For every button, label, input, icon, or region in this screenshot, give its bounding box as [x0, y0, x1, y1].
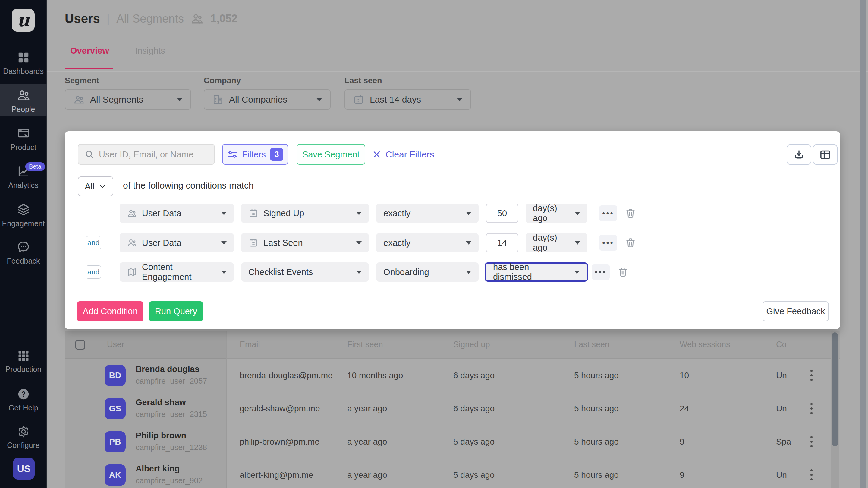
delete-condition-button[interactable]: [617, 266, 629, 278]
tabs: Overview Insights: [70, 46, 165, 56]
caret-down-icon: [574, 270, 580, 274]
filter-panel: Filters 3 Save Segment Clear Filters All…: [65, 131, 840, 329]
download-button[interactable]: [786, 144, 811, 165]
condition-operator-select[interactable]: exactly: [376, 204, 478, 223]
condition-unit-select[interactable]: day(s) ago: [526, 204, 587, 223]
delete-condition-button[interactable]: [624, 207, 637, 219]
sidebar-item-production[interactable]: Production: [0, 349, 47, 374]
sidebar-item-feedback[interactable]: Feedback: [0, 240, 47, 265]
dashboards-icon: [0, 51, 47, 64]
condition-operator-value: exactly: [383, 208, 461, 218]
and-chip: and: [86, 265, 101, 279]
tab-insights[interactable]: Insights: [135, 46, 165, 56]
user-name: Gerald shaw: [135, 398, 186, 407]
chevron-down-icon: [177, 98, 183, 101]
app-logo-letter: u: [17, 10, 30, 30]
sidebar-item-people[interactable]: People: [0, 88, 47, 114]
clear-filters-button[interactable]: Clear Filters: [372, 144, 434, 165]
condition-state-select-focused[interactable]: has been dismissed: [485, 262, 588, 282]
tab-overview[interactable]: Overview: [70, 46, 109, 56]
sidebar-item-engagement[interactable]: Engagement: [0, 202, 47, 228]
column-header-first-seen: First seen: [347, 340, 383, 349]
condition-unit-select[interactable]: day(s) ago: [526, 233, 587, 253]
people-icon: [127, 238, 137, 248]
condition-event-select[interactable]: Checklist Events: [241, 262, 369, 282]
condition-type-value: User Data: [142, 208, 216, 218]
caret-down-icon: [466, 241, 471, 245]
caret-down-icon: [221, 212, 227, 215]
condition-value-input[interactable]: [486, 233, 518, 253]
page-scrollbar[interactable]: [860, 0, 866, 488]
condition-more-button[interactable]: •••: [599, 235, 617, 251]
condition-target-select[interactable]: Onboarding: [376, 262, 478, 282]
table-row[interactable]: GS Gerald shaw campfire_user_2315 gerald…: [65, 392, 840, 425]
svg-text:?: ?: [21, 390, 25, 398]
table-scrollbar-thumb[interactable]: [832, 333, 838, 447]
filters-count-badge: 3: [270, 148, 283, 161]
sidebar-item-get-help[interactable]: ? Get Help: [0, 387, 47, 412]
cell-first-seen: a year ago: [347, 437, 387, 447]
column-header-email: Email: [240, 340, 260, 349]
sidebar-item-label: Product: [0, 143, 47, 152]
user-avatar[interactable]: US: [13, 458, 35, 480]
give-feedback-label: Give Feedback: [766, 307, 825, 316]
delete-condition-button[interactable]: [624, 237, 637, 249]
calendar-icon: [353, 94, 364, 105]
condition-event-value: Signed Up: [264, 208, 351, 218]
row-menu-button[interactable]: [805, 433, 818, 450]
run-query-button[interactable]: Run Query: [149, 301, 203, 321]
sidebar-item-dashboards[interactable]: Dashboards: [0, 51, 47, 76]
condition-type-select[interactable]: Content Engagement: [120, 262, 234, 282]
table-row[interactable]: BD Brenda douglas campfire_user_2057 bre…: [65, 359, 840, 392]
lastseen-dropdown[interactable]: Last 14 days: [344, 89, 471, 110]
condition-value-input[interactable]: [486, 204, 518, 223]
condition-type-select[interactable]: User Data: [120, 204, 234, 223]
sidebar-item-product[interactable]: Product: [0, 127, 47, 152]
filters-button-label: Filters: [242, 150, 266, 160]
condition-more-button[interactable]: •••: [592, 264, 610, 280]
page-header: Users | All Segments 1,052: [65, 11, 238, 26]
lastseen-dropdown-value: Last 14 days: [370, 94, 451, 105]
segment-dropdown-value: All Segments: [90, 94, 171, 105]
users-count-icon: [190, 12, 204, 25]
sidebar-item-label: Get Help: [0, 404, 47, 412]
header-separator: |: [107, 12, 110, 26]
configure-icon: [0, 425, 47, 438]
condition-unit-value: day(s) ago: [533, 233, 570, 253]
sidebar-item-label: Production: [0, 365, 47, 374]
match-selector[interactable]: All: [78, 176, 113, 196]
company-dropdown[interactable]: All Companies: [204, 89, 331, 110]
table-header: User Email First seen Signed up Last see…: [65, 331, 840, 359]
condition-operator-select[interactable]: exactly: [376, 233, 478, 253]
add-condition-button[interactable]: Add Condition: [77, 301, 144, 321]
sidebar-item-configure[interactable]: Configure: [0, 425, 47, 450]
sidebar-item-label: Analytics: [0, 181, 47, 190]
condition-event-select[interactable]: Last Seen: [241, 233, 369, 253]
table-row[interactable]: AK Albert king campfire_user_902 albert-…: [65, 458, 840, 488]
column-header-web-sessions: Web sessions: [680, 340, 730, 349]
row-menu-button[interactable]: [805, 367, 818, 384]
select-all-checkbox[interactable]: [75, 340, 85, 350]
give-feedback-button[interactable]: Give Feedback: [763, 301, 829, 321]
table-row[interactable]: PB Philip brown campfire_user_1238 phili…: [65, 425, 840, 458]
condition-type-select[interactable]: User Data: [120, 233, 234, 253]
sidebar-item-label: Configure: [0, 441, 47, 450]
avatar: PB: [104, 431, 126, 452]
chevron-down-icon: [457, 98, 463, 101]
header-segment-label: All Segments: [116, 12, 184, 25]
condition-event-select[interactable]: Signed Up: [241, 204, 369, 223]
cell-signed-up: 5 days ago: [453, 437, 495, 447]
sidebar-item-label: Engagement: [0, 219, 47, 228]
caret-down-icon: [466, 270, 471, 274]
search-input[interactable]: [99, 150, 208, 160]
filters-button[interactable]: Filters 3: [222, 144, 288, 165]
user-avatar-initials: US: [17, 463, 30, 475]
save-segment-button[interactable]: Save Segment: [297, 144, 365, 165]
columns-button[interactable]: [813, 144, 838, 165]
segment-dropdown[interactable]: All Segments: [65, 89, 191, 110]
app-logo[interactable]: u: [12, 9, 35, 32]
row-menu-button[interactable]: [805, 467, 818, 484]
condition-more-button[interactable]: •••: [599, 205, 617, 221]
row-menu-button[interactable]: [805, 400, 818, 417]
production-icon: [0, 349, 47, 363]
